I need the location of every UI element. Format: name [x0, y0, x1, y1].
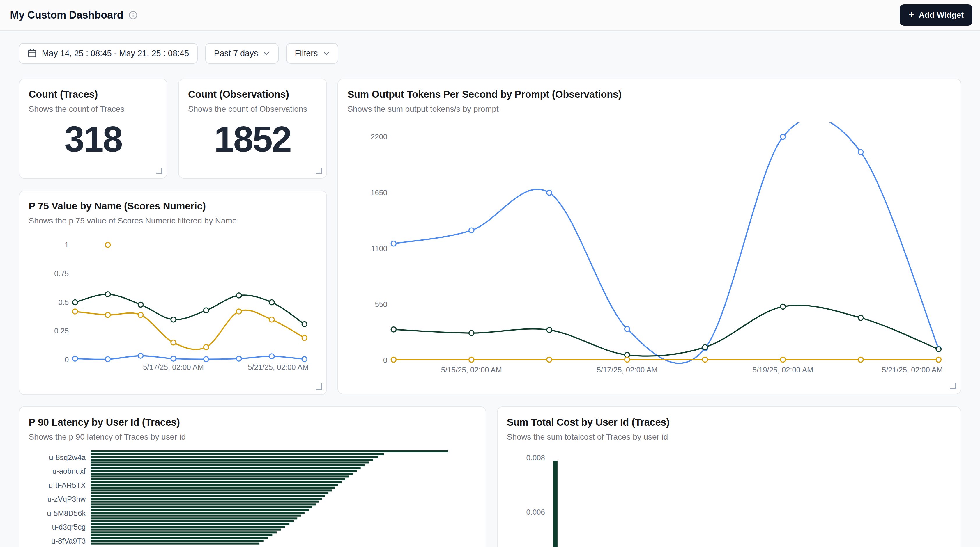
filters-label: Filters	[295, 49, 318, 58]
svg-text:5/21/25, 02:00 AM: 5/21/25, 02:00 AM	[248, 363, 309, 371]
widget-card-output-tokens: Sum Output Tokens Per Second by Prompt (…	[337, 79, 961, 394]
widget-title: Sum Total Cost by User Id (Traces)	[507, 417, 951, 428]
dashboard-grid: Count (Traces) Shows the count of Traces…	[0, 64, 980, 547]
svg-text:u-8fVa9T3: u-8fVa9T3	[51, 537, 86, 545]
widget-card-p90-latency: P 90 Latency by User Id (Traces) Shows t…	[19, 406, 486, 547]
widget-subtitle: Shows the p 75 value of Scores Numeric f…	[29, 216, 317, 225]
svg-text:u-zVqP3hw: u-zVqP3hw	[47, 495, 86, 503]
page-title: My Custom Dashboard	[10, 9, 123, 21]
svg-text:5/15/25, 02:00 AM: 5/15/25, 02:00 AM	[441, 365, 502, 374]
toolbar: May 14, 25 : 08:45 - May 21, 25 : 08:45 …	[0, 30, 980, 64]
widget-card-p75-value: P 75 Value by Name (Scores Numeric) Show…	[19, 190, 327, 395]
date-range-value: May 14, 25 : 08:45 - May 21, 25 : 08:45	[42, 49, 189, 58]
add-widget-label: Add Widget	[919, 11, 964, 20]
plus-icon: +	[908, 10, 914, 19]
resize-handle-icon[interactable]	[156, 168, 162, 174]
widget-title: Count (Observations)	[188, 89, 317, 100]
cost-vbar-chart: 0.0060.008	[507, 450, 951, 547]
p75-line-chart: 00.250.50.7515/17/25, 02:00 AM5/21/25, 0…	[29, 234, 317, 377]
svg-text:5/19/25, 02:00 AM: 5/19/25, 02:00 AM	[752, 365, 813, 374]
svg-text:1650: 1650	[371, 189, 387, 197]
widget-title: P 75 Value by Name (Scores Numeric)	[29, 200, 317, 212]
widget-subtitle: Shows the count of Traces	[29, 105, 158, 114]
count-traces-value: 318	[29, 121, 158, 157]
count-observations-value: 1852	[188, 121, 317, 157]
svg-text:u-aobnuxf: u-aobnuxf	[52, 467, 86, 475]
svg-text:5/21/25, 02:00 AM: 5/21/25, 02:00 AM	[882, 365, 943, 374]
calendar-icon	[27, 49, 37, 58]
svg-text:550: 550	[375, 300, 388, 308]
chevron-down-icon	[263, 50, 270, 57]
p90-hbar-chart: u-8sq2w4au-aobnuxfu-tFAR5TXu-zVqP3hwu-5M…	[29, 450, 476, 547]
svg-text:5/17/25, 02:00 AM: 5/17/25, 02:00 AM	[143, 363, 204, 371]
widget-card-total-cost: Sum Total Cost by User Id (Traces) Shows…	[497, 406, 961, 547]
svg-text:u-tFAR5TX: u-tFAR5TX	[49, 481, 86, 489]
date-range-picker[interactable]: May 14, 25 : 08:45 - May 21, 25 : 08:45	[19, 43, 198, 64]
svg-text:0.25: 0.25	[54, 327, 69, 335]
svg-text:0.5: 0.5	[58, 298, 69, 306]
widget-subtitle: Shows the sum totalcost of Traces by use…	[507, 432, 951, 442]
svg-text:2200: 2200	[371, 133, 387, 141]
widget-title: Count (Traces)	[29, 89, 158, 100]
widget-card-count-observations: Count (Observations) Shows the count of …	[178, 79, 327, 178]
resize-handle-icon[interactable]	[950, 383, 956, 389]
add-widget-button[interactable]: + Add Widget	[900, 4, 972, 25]
svg-text:u-8sq2w4a: u-8sq2w4a	[49, 453, 86, 461]
app-header: My Custom Dashboard + Add Widget	[0, 0, 980, 30]
widget-subtitle: Shows the count of Observations	[188, 105, 317, 114]
filters-dropdown[interactable]: Filters	[286, 43, 338, 64]
widget-subtitle: Shows the sum output tokens/s by prompt	[347, 105, 951, 114]
widget-card-count-traces: Count (Traces) Shows the count of Traces…	[19, 79, 167, 178]
svg-text:0.006: 0.006	[526, 508, 545, 516]
tokens-line-chart: 05501100165022005/15/25, 02:00 AM5/17/25…	[347, 122, 951, 381]
svg-text:0.008: 0.008	[526, 453, 545, 462]
svg-text:1: 1	[65, 241, 69, 249]
date-preset-dropdown[interactable]: Past 7 days	[205, 43, 278, 64]
svg-text:u-5M8D56k: u-5M8D56k	[47, 509, 86, 517]
resize-handle-icon[interactable]	[316, 384, 322, 390]
resize-handle-icon[interactable]	[316, 168, 322, 174]
widget-title: Sum Output Tokens Per Second by Prompt (…	[347, 89, 951, 100]
svg-text:u-d3qr5cg: u-d3qr5cg	[52, 523, 86, 531]
chevron-down-icon	[323, 50, 330, 57]
widget-title: P 90 Latency by User Id (Traces)	[29, 417, 476, 428]
svg-text:0: 0	[65, 355, 69, 364]
date-preset-value: Past 7 days	[214, 49, 258, 58]
svg-text:5/17/25, 02:00 AM: 5/17/25, 02:00 AM	[597, 365, 658, 374]
widget-subtitle: Shows the p 90 latency of Traces by user…	[29, 432, 476, 442]
info-icon[interactable]	[128, 11, 138, 20]
svg-text:1100: 1100	[371, 244, 387, 252]
svg-text:0: 0	[383, 356, 387, 364]
svg-text:0.75: 0.75	[54, 270, 69, 277]
dashboard-page: My Custom Dashboard + Add Widget May 14,…	[0, 0, 980, 547]
